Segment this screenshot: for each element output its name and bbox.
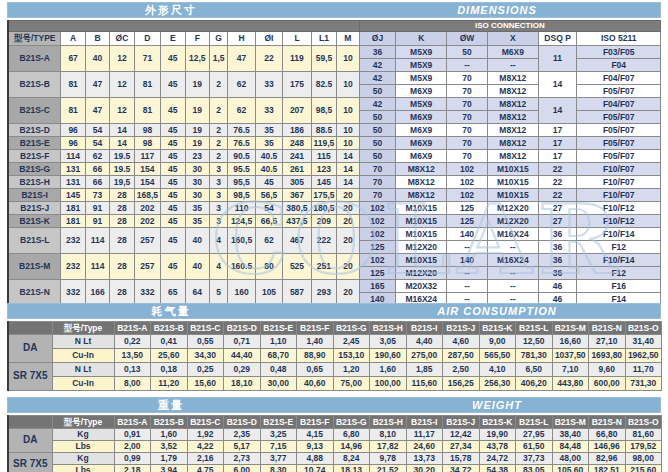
value-cell: 34,30 — [187, 349, 224, 363]
value-cell: 4,40 — [406, 335, 443, 349]
dimension-cell: 47 — [228, 46, 255, 72]
dimension-cell: 14 — [110, 137, 134, 150]
iso-connection-cell: M8X12 — [396, 176, 447, 189]
dimension-cell: 90.5 — [228, 150, 255, 163]
dimension-cell: 91 — [85, 202, 109, 215]
value-cell: 3,52 — [151, 441, 188, 453]
dimension-cell: 65 — [161, 280, 185, 306]
column-header--c: ØC — [110, 32, 134, 46]
iso-connection-cell: M8X12 — [487, 137, 538, 150]
dimension-cell: 14 — [337, 176, 359, 189]
column-header-type: 型号/TYPE — [8, 32, 61, 46]
dimension-cell: 2 — [209, 150, 227, 163]
iso5211-cell: F05/F07 — [577, 85, 661, 98]
value-cell: 16,60 — [552, 335, 589, 349]
value-cell: 0,18 — [151, 363, 188, 377]
model-column-header: B21S-M — [552, 322, 589, 335]
dimension-cell: 257 — [134, 254, 160, 280]
value-cell: 3,77 — [260, 453, 297, 465]
dimensions-section: 外形尺寸 DIMENSIONS ISO CONNECTION型号/TYPEABØ… — [7, 2, 661, 319]
dimension-cell: 47 — [85, 98, 109, 124]
iso-connection-cell: 70 — [447, 124, 488, 137]
iso-connection-cell: 42 — [359, 59, 396, 72]
value-cell: 1,79 — [151, 453, 188, 465]
dimension-cell: 332 — [61, 280, 85, 306]
table-row: B21S-B8147128145192623317582.51042M5X970… — [8, 72, 661, 85]
model-column-header: B21S-L — [516, 322, 553, 335]
table-row: B21S-H1316619,51544530395,5453051451470M… — [8, 176, 661, 189]
value-cell: 17,82 — [370, 441, 407, 453]
iso-connection-cell: 17 — [538, 150, 577, 163]
dimension-cell: 28 — [110, 280, 134, 306]
table-row: Lbs2,003,524,225,177,159,1314,9617,8224,… — [8, 441, 662, 453]
value-cell: 0,71 — [224, 335, 261, 349]
dimension-cell: 54 — [85, 137, 109, 150]
dimension-cell: 166 — [85, 280, 109, 306]
iso-connection-cell: -- — [487, 280, 538, 293]
header-spacer — [8, 322, 52, 335]
dimension-cell: 20 — [337, 228, 359, 254]
dimension-cell: 96 — [61, 124, 85, 137]
iso-connection-cell: M20X32 — [396, 280, 447, 293]
iso-connection-cell: -- — [447, 280, 488, 293]
dimension-cell: 14 — [337, 150, 359, 163]
dimension-cell: 35 — [255, 137, 282, 150]
table-row: B21S-D965414984519276.53518688.51050M6X9… — [8, 124, 661, 137]
iso5211-cell: F05/F07 — [577, 137, 661, 150]
air-title-en: AIR CONSUMPTION — [334, 304, 660, 318]
model-type-cell: B21S-D — [8, 124, 61, 137]
column-header-b: B — [85, 32, 109, 46]
column-header-e: E — [161, 32, 185, 46]
dimension-cell: 332 — [134, 280, 160, 306]
dimension-cell: 261 — [283, 163, 311, 176]
dimension-cell: 66 — [85, 176, 109, 189]
value-cell: 406,20 — [516, 377, 553, 391]
iso5211-cell: F10/F07 — [577, 163, 661, 176]
model-column-header: B21S-I — [406, 322, 443, 335]
iso-connection-cell: M6X9 — [396, 111, 447, 124]
value-cell: 48,00 — [552, 453, 589, 465]
dimension-cell: 251 — [311, 254, 336, 280]
dimension-cell: 175 — [283, 72, 311, 98]
iso-connection-cell: M10X15 — [487, 189, 538, 202]
model-column-header: B21S-L — [516, 416, 553, 429]
value-cell: 0,29 — [224, 363, 261, 377]
dimension-cell: 45 — [161, 98, 185, 124]
dimension-cell: 202 — [134, 215, 160, 228]
value-cell: 40,60 — [297, 377, 334, 391]
value-cell: 115,60 — [406, 377, 443, 391]
iso-connection-cell: M10X15 — [396, 254, 447, 267]
column-header-k: K — [396, 32, 447, 46]
dimension-cell: 35 — [185, 202, 209, 215]
dimension-cell: 66,5 — [255, 215, 282, 228]
dimension-cell: 2 — [209, 124, 227, 137]
dimension-cell: 14 — [110, 124, 134, 137]
dimension-cell: 3 — [209, 163, 227, 176]
iso-connection-cell: 50 — [359, 124, 396, 137]
column-header-m: M — [337, 32, 359, 46]
dimension-cell: 45 — [255, 176, 282, 189]
value-cell: 781,30 — [516, 349, 553, 363]
model-type-cell: B21S-A — [8, 46, 61, 72]
dimension-cell: 23 — [185, 150, 209, 163]
dimension-cell: 10 — [337, 72, 359, 98]
value-cell: 8,30 — [260, 465, 297, 472]
value-cell: 1,85 — [406, 363, 443, 377]
iso-connection-cell: 125 — [359, 241, 396, 254]
dimension-cell: 19,5 — [110, 176, 134, 189]
value-cell: 9,60 — [589, 363, 626, 377]
table-row: DAN Lt0,220,410,550,711,101,402,453,054,… — [8, 335, 662, 349]
iso-connection-cell: 50 — [359, 137, 396, 150]
dimension-cell: 293 — [311, 280, 336, 306]
value-cell: 4,75 — [187, 465, 224, 472]
model-column-header: B21S-M — [552, 416, 589, 429]
iso-connection-cell: 102 — [359, 202, 396, 215]
model-column-header: B21S-K — [479, 322, 516, 335]
iso-connection-cell: 102 — [359, 228, 396, 241]
iso-connection-cell: 70 — [447, 98, 488, 111]
value-cell: 190,60 — [370, 349, 407, 363]
value-cell: 0,13 — [114, 363, 151, 377]
value-cell: 4,22 — [187, 441, 224, 453]
dimension-cell: 95,5 — [228, 176, 255, 189]
dimension-cell: 160.5 — [228, 254, 255, 280]
